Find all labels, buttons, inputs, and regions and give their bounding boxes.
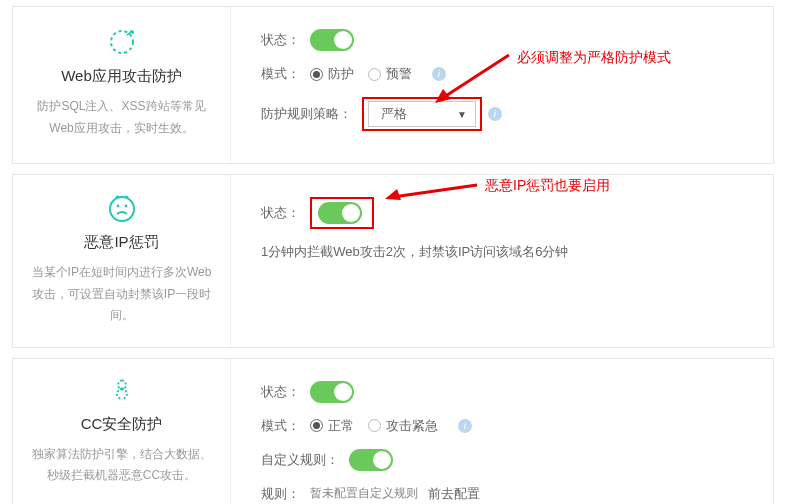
panel-desc: 当某个IP在短时间内进行多次Web攻击，可设置自动封禁该IP一段时间。 bbox=[31, 262, 212, 327]
info-icon[interactable]: i bbox=[488, 107, 502, 121]
mode-label: 模式： bbox=[261, 417, 300, 435]
panel-left: CC安全防护 独家算法防护引擎，结合大数据、秒级拦截机器恶意CC攻击。 bbox=[13, 359, 231, 504]
mode-radio-protect[interactable]: 防护 bbox=[310, 65, 354, 83]
status-label: 状态： bbox=[261, 383, 300, 401]
panel-right: 状态： 1分钟内拦截Web攻击2次，封禁该IP访问该域名6分钟 恶意IP惩罚也要… bbox=[231, 175, 773, 347]
status-toggle[interactable] bbox=[310, 381, 354, 403]
custom-toggle[interactable] bbox=[349, 449, 393, 471]
rule-select[interactable]: 严格 ▼ bbox=[368, 101, 476, 127]
mode-radio-warn[interactable]: 预警 bbox=[368, 65, 412, 83]
status-label: 状态： bbox=[261, 31, 300, 49]
info-icon[interactable]: i bbox=[458, 419, 472, 433]
ring-icon bbox=[31, 25, 212, 59]
svg-point-5 bbox=[124, 205, 127, 208]
panel-desc: 独家算法防护引擎，结合大数据、秒级拦截机器恶意CC攻击。 bbox=[31, 444, 212, 487]
panel-ip-penalty: 恶意IP惩罚 当某个IP在短时间内进行多次Web攻击，可设置自动封禁该IP一段时… bbox=[12, 174, 774, 348]
panel-desc: 防护SQL注入、XSS跨站等常见Web应用攻击，实时生效。 bbox=[31, 96, 212, 139]
panel-right: 状态： 模式： 防护 预警 i 防护规则策略： 严格 ▼ i bbox=[231, 7, 773, 163]
mode-label: 模式： bbox=[261, 65, 300, 83]
svg-line-6 bbox=[393, 185, 477, 197]
panel-left: 恶意IP惩罚 当某个IP在短时间内进行多次Web攻击，可设置自动封禁该IP一段时… bbox=[13, 175, 231, 347]
chevron-down-icon: ▼ bbox=[457, 109, 467, 120]
face-icon bbox=[31, 193, 212, 225]
highlight-box bbox=[310, 197, 374, 229]
svg-point-4 bbox=[116, 205, 119, 208]
status-toggle[interactable] bbox=[318, 202, 362, 224]
panel-right: 状态： 模式： 正常 攻击紧急 i 自定义规则： 规则： 暂未配置自定义规则 前… bbox=[231, 359, 773, 504]
custom-label: 自定义规则： bbox=[261, 451, 339, 469]
panel-title: CC安全防护 bbox=[31, 415, 212, 434]
mode-radio-normal[interactable]: 正常 bbox=[310, 417, 354, 435]
panel-title: 恶意IP惩罚 bbox=[31, 233, 212, 252]
mode-radio-emergency[interactable]: 攻击紧急 bbox=[368, 417, 438, 435]
panel-cc-protect: CC安全防护 独家算法防护引擎，结合大数据、秒级拦截机器恶意CC攻击。 状态： … bbox=[12, 358, 774, 504]
status-label: 状态： bbox=[261, 204, 300, 222]
svg-point-0 bbox=[111, 31, 133, 53]
panel-title: Web应用攻击防护 bbox=[31, 67, 212, 86]
rules-config-link[interactable]: 前去配置 bbox=[428, 485, 480, 503]
panel-web-attack: Web应用攻击防护 防护SQL注入、XSS跨站等常见Web应用攻击，实时生效。 … bbox=[12, 6, 774, 164]
rule-description: 1分钟内拦截Web攻击2次，封禁该IP访问该域名6分钟 bbox=[261, 243, 568, 261]
rule-label: 防护规则策略： bbox=[261, 105, 352, 123]
info-icon[interactable]: i bbox=[432, 67, 446, 81]
status-toggle[interactable] bbox=[310, 29, 354, 51]
waves-icon bbox=[31, 377, 212, 407]
rules-label: 规则： bbox=[261, 485, 300, 503]
rule-select-value: 严格 bbox=[381, 105, 407, 123]
panel-left: Web应用攻击防护 防护SQL注入、XSS跨站等常见Web应用攻击，实时生效。 bbox=[13, 7, 231, 163]
rules-value: 暂未配置自定义规则 bbox=[310, 485, 418, 502]
svg-point-3 bbox=[110, 197, 134, 221]
highlight-box: 严格 ▼ bbox=[362, 97, 482, 131]
